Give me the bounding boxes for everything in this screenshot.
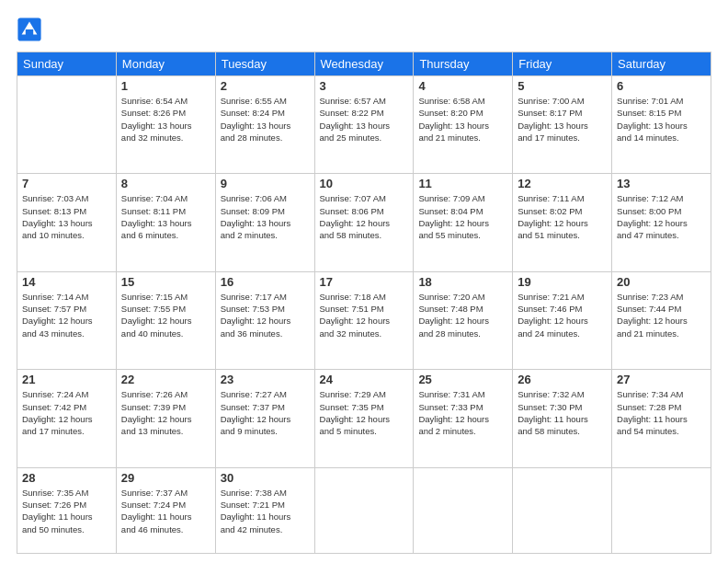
day-number: 13 [617,177,706,190]
day-info: Sunrise: 7:01 AMSunset: 8:15 PMDaylight:… [617,95,706,144]
table-row [314,467,414,553]
day-number: 14 [22,275,111,289]
day-info: Sunrise: 7:24 AMSunset: 7:42 PMDaylight:… [22,388,111,437]
table-row: 17Sunrise: 7:18 AMSunset: 7:51 PMDayligh… [314,271,414,369]
table-row [513,467,612,553]
table-row: 10Sunrise: 7:07 AMSunset: 8:06 PMDayligh… [314,174,414,271]
calendar-header-row: Sunday Monday Tuesday Wednesday Thursday… [17,52,711,76]
day-info: Sunrise: 7:11 AMSunset: 8:02 PMDaylight:… [518,192,607,241]
table-row: 11Sunrise: 7:09 AMSunset: 8:04 PMDayligh… [414,174,513,271]
table-row: 13Sunrise: 7:12 AMSunset: 8:00 PMDayligh… [612,174,711,271]
day-info: Sunrise: 7:23 AMSunset: 7:44 PMDaylight:… [617,291,706,339]
day-number: 6 [617,79,706,93]
day-info: Sunrise: 7:09 AMSunset: 8:04 PMDaylight:… [418,192,507,241]
day-number: 11 [418,177,507,190]
day-number: 22 [121,373,210,386]
table-row: 8Sunrise: 7:04 AMSunset: 8:11 PMDaylight… [116,174,215,271]
table-row: 1Sunrise: 6:54 AMSunset: 8:26 PMDaylight… [116,76,215,174]
col-monday: Monday [116,52,215,76]
day-info: Sunrise: 6:58 AMSunset: 8:20 PMDaylight:… [418,95,507,144]
table-row: 5Sunrise: 7:00 AMSunset: 8:17 PMDaylight… [513,76,612,174]
table-row: 24Sunrise: 7:29 AMSunset: 7:35 PMDayligh… [314,370,414,467]
day-info: Sunrise: 7:21 AMSunset: 7:46 PMDaylight:… [518,291,607,339]
day-info: Sunrise: 7:35 AMSunset: 7:26 PMDaylight:… [22,487,111,535]
day-info: Sunrise: 6:57 AMSunset: 8:22 PMDaylight:… [320,95,409,144]
day-number: 3 [320,79,409,93]
table-row: 30Sunrise: 7:38 AMSunset: 7:21 PMDayligh… [215,467,314,553]
table-row: 25Sunrise: 7:31 AMSunset: 7:33 PMDayligh… [414,370,513,467]
day-info: Sunrise: 7:06 AMSunset: 8:09 PMDaylight:… [221,192,310,241]
table-row: 28Sunrise: 7:35 AMSunset: 7:26 PMDayligh… [17,467,117,553]
day-number: 18 [418,275,507,289]
table-row: 2Sunrise: 6:55 AMSunset: 8:24 PMDaylight… [215,76,314,174]
table-row: 21Sunrise: 7:24 AMSunset: 7:42 PMDayligh… [17,370,117,467]
day-number: 20 [617,275,706,289]
col-wednesday: Wednesday [314,52,414,76]
day-info: Sunrise: 7:17 AMSunset: 7:53 PMDaylight:… [221,291,310,339]
day-number: 17 [320,275,409,289]
logo [17,17,44,42]
day-info: Sunrise: 7:31 AMSunset: 7:33 PMDaylight:… [418,388,507,437]
table-row: 4Sunrise: 6:58 AMSunset: 8:20 PMDaylight… [414,76,513,174]
day-number: 15 [121,275,210,289]
day-number: 7 [22,177,111,190]
day-number: 4 [418,79,507,93]
col-saturday: Saturday [612,52,711,76]
day-number: 21 [22,373,111,386]
table-row: 20Sunrise: 7:23 AMSunset: 7:44 PMDayligh… [612,271,711,369]
col-sunday: Sunday [17,52,117,76]
col-tuesday: Tuesday [215,52,314,76]
table-row: 22Sunrise: 7:26 AMSunset: 7:39 PMDayligh… [116,370,215,467]
day-number: 2 [221,79,310,93]
day-number: 30 [221,471,310,485]
table-row: 12Sunrise: 7:11 AMSunset: 8:02 PMDayligh… [513,174,612,271]
table-row [414,467,513,553]
table-row: 15Sunrise: 7:15 AMSunset: 7:55 PMDayligh… [116,271,215,369]
day-number: 19 [518,275,607,289]
table-row: 3Sunrise: 6:57 AMSunset: 8:22 PMDaylight… [314,76,414,174]
day-number: 10 [320,177,409,190]
day-info: Sunrise: 7:20 AMSunset: 7:48 PMDaylight:… [418,291,507,339]
table-row: 16Sunrise: 7:17 AMSunset: 7:53 PMDayligh… [215,271,314,369]
day-info: Sunrise: 7:27 AMSunset: 7:37 PMDaylight:… [221,388,310,437]
day-number: 16 [221,275,310,289]
day-number: 24 [320,373,409,386]
table-row: 7Sunrise: 7:03 AMSunset: 8:13 PMDaylight… [17,174,117,271]
day-info: Sunrise: 7:07 AMSunset: 8:06 PMDaylight:… [320,192,409,241]
day-number: 9 [221,177,310,190]
day-info: Sunrise: 7:38 AMSunset: 7:21 PMDaylight:… [221,487,310,535]
day-info: Sunrise: 7:00 AMSunset: 8:17 PMDaylight:… [518,95,607,144]
day-number: 8 [121,177,210,190]
col-friday: Friday [513,52,612,76]
day-number: 1 [121,79,210,93]
table-row: 23Sunrise: 7:27 AMSunset: 7:37 PMDayligh… [215,370,314,467]
day-info: Sunrise: 7:18 AMSunset: 7:51 PMDaylight:… [320,291,409,339]
table-row: 14Sunrise: 7:14 AMSunset: 7:57 PMDayligh… [17,271,117,369]
table-row [612,467,711,553]
svg-rect-2 [26,29,33,36]
day-number: 23 [221,373,310,386]
day-number: 5 [518,79,607,93]
day-info: Sunrise: 7:37 AMSunset: 7:24 PMDaylight:… [121,487,210,535]
day-number: 27 [617,373,706,386]
day-number: 26 [518,373,607,386]
day-info: Sunrise: 7:32 AMSunset: 7:30 PMDaylight:… [518,388,607,437]
day-info: Sunrise: 7:15 AMSunset: 7:55 PMDaylight:… [121,291,210,339]
day-info: Sunrise: 7:29 AMSunset: 7:35 PMDaylight:… [320,388,409,437]
day-info: Sunrise: 7:14 AMSunset: 7:57 PMDaylight:… [22,291,111,339]
day-info: Sunrise: 7:03 AMSunset: 8:13 PMDaylight:… [22,192,111,241]
table-row: 19Sunrise: 7:21 AMSunset: 7:46 PMDayligh… [513,271,612,369]
day-number: 28 [22,471,111,485]
day-info: Sunrise: 7:12 AMSunset: 8:00 PMDaylight:… [617,192,706,241]
day-info: Sunrise: 6:55 AMSunset: 8:24 PMDaylight:… [221,95,310,144]
table-row: 9Sunrise: 7:06 AMSunset: 8:09 PMDaylight… [215,174,314,271]
col-thursday: Thursday [414,52,513,76]
day-number: 12 [518,177,607,190]
table-row: 27Sunrise: 7:34 AMSunset: 7:28 PMDayligh… [612,370,711,467]
day-info: Sunrise: 7:04 AMSunset: 8:11 PMDaylight:… [121,192,210,241]
table-row: 18Sunrise: 7:20 AMSunset: 7:48 PMDayligh… [414,271,513,369]
day-info: Sunrise: 7:34 AMSunset: 7:28 PMDaylight:… [617,388,706,437]
day-info: Sunrise: 7:26 AMSunset: 7:39 PMDaylight:… [121,388,210,437]
table-row: 6Sunrise: 7:01 AMSunset: 8:15 PMDaylight… [612,76,711,174]
day-number: 25 [418,373,507,386]
